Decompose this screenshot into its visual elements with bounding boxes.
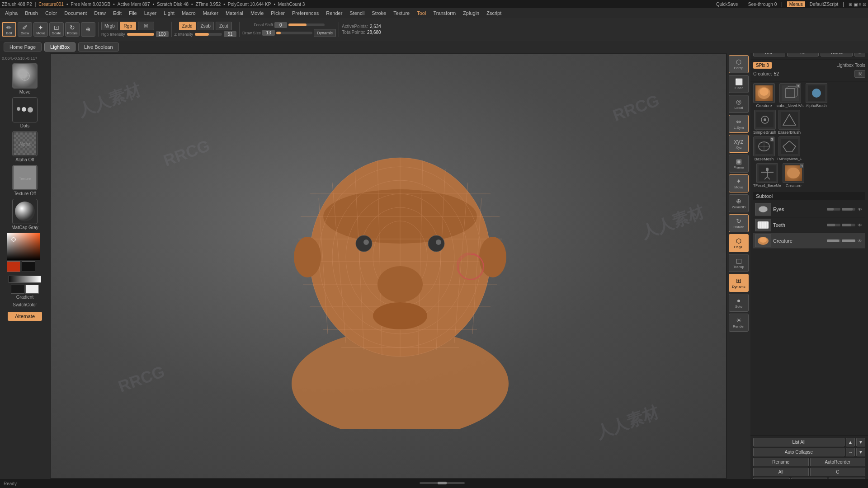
scale-button[interactable]: ⊡ Scale (49, 22, 64, 37)
eraserbrush-item[interactable] (778, 110, 800, 130)
list-all-up-arrow[interactable]: ▲ (846, 438, 855, 446)
menu-item-marker[interactable]: Marker (200, 9, 222, 17)
subtool-teeth-item[interactable]: Teeth 👁 (753, 217, 865, 233)
matcap-gray-item[interactable]: MatCap Gray (11, 199, 38, 230)
zadd-button[interactable]: Zadd (179, 22, 196, 30)
list-all-button[interactable]: List All (753, 438, 844, 446)
foreground-swatch[interactable] (7, 261, 20, 272)
move-tool-item[interactable]: Move (12, 63, 38, 94)
m-button[interactable]: M (138, 22, 154, 30)
frame-btn[interactable]: ▣ Frame (729, 155, 749, 173)
menu-item-transform[interactable]: Transform (430, 9, 459, 17)
dynamic-button[interactable]: Dynamic (314, 29, 336, 37)
draw-button[interactable]: ✐ Draw (18, 22, 32, 37)
menu-item-edit[interactable]: Edit (110, 9, 125, 17)
menu-item-alpha[interactable]: Alpha (2, 9, 21, 17)
menu-item-render[interactable]: Render (323, 9, 345, 17)
menu-item-document[interactable]: Document (61, 9, 90, 17)
dots-tool-item[interactable]: Dots (12, 97, 38, 128)
solo-btn[interactable]: ● Solo (729, 294, 749, 312)
basemesh-item[interactable]: 3 (753, 136, 775, 156)
menus-btn[interactable]: Menus (787, 1, 805, 7)
spix-button[interactable]: SPix 3 (753, 62, 772, 69)
auto-collapse-button[interactable]: Auto Collapse (753, 448, 844, 456)
menu-item-zplugin[interactable]: Zplugin (460, 9, 482, 17)
creature-brush-item[interactable] (753, 83, 775, 103)
menu-item-picker[interactable]: Picker (268, 9, 288, 17)
xyz-btn[interactable]: xyz Xyz (729, 135, 749, 153)
rotate3d-btn[interactable]: ↻ Rotate (729, 214, 749, 232)
texture-off-item[interactable]: Texture Texture Off (12, 165, 38, 196)
mrgb-button[interactable]: Mrgb (101, 22, 118, 30)
color-picker[interactable] (7, 233, 43, 272)
default-zscript[interactable]: DefaultZScript (810, 2, 838, 7)
menu-item-light[interactable]: Light (160, 9, 178, 17)
zcut-button[interactable]: Zcut (216, 22, 232, 30)
lsym-btn[interactable]: ⇔ L.Sym (729, 115, 749, 133)
transp-btn[interactable]: ◫ Transp (729, 254, 749, 272)
viewport-3d[interactable]: 人人素材 RRCG 人人素材 RRCG 人人素材 RRCG (50, 53, 750, 479)
local-btn[interactable]: ◎ Local (729, 95, 749, 113)
list-all-down-arrow[interactable]: ▼ (856, 438, 865, 446)
rename-button[interactable]: Rename (753, 458, 809, 466)
menu-item-material[interactable]: Material (222, 9, 246, 17)
render-btn[interactable]: ☀ Render (729, 314, 749, 332)
tab-homepage[interactable]: Home Page (4, 42, 42, 52)
menu-item-color[interactable]: Color (42, 9, 60, 17)
menu-item-tool[interactable]: Tool (414, 9, 429, 17)
color-square[interactable] (7, 233, 39, 260)
move-button[interactable]: ✦ Move (33, 22, 48, 37)
simplebrush-item[interactable] (754, 110, 776, 130)
switch-color-item[interactable]: SwitchColor (13, 302, 37, 307)
menu-item-file[interactable]: File (126, 9, 140, 17)
alpha-off-item[interactable]: Alpha Alpha Off (12, 131, 38, 162)
menu-item-stroke[interactable]: Stroke (368, 9, 389, 17)
background-swatch[interactable] (22, 261, 35, 272)
zoom3d-btn[interactable]: ⊕ Zoom3D (729, 194, 749, 212)
local-icon: ◎ (736, 98, 741, 105)
all-button-2[interactable]: All (753, 468, 809, 476)
menu-item-macro[interactable]: Macro (179, 9, 199, 17)
r-btn-2[interactable]: R (854, 70, 865, 78)
cube-newuvs-item[interactable]: 3 (779, 83, 801, 103)
eye-toggle-teeth[interactable]: 👁 (856, 221, 863, 229)
auto-collapse-arrow2[interactable]: ▼ (856, 448, 865, 456)
tpose-baseme-item[interactable] (756, 163, 778, 183)
move3d-btn[interactable]: ✦ Move (729, 174, 749, 192)
edit-button[interactable]: ✏ Edit (2, 22, 16, 37)
tab-live-boolean[interactable]: Live Boolean (78, 42, 119, 52)
auto-collapse-arrow[interactable]: → (846, 448, 855, 456)
zsub-button[interactable]: Zsub (198, 22, 214, 30)
dynamic-btn[interactable]: ⊞ Dynamc (729, 274, 749, 292)
menu-item-layer[interactable]: Layer (141, 9, 160, 17)
alternate-button[interactable]: Alternate (8, 312, 42, 321)
subtool-creature-item[interactable]: Creature 👁 (753, 233, 865, 249)
menu-item-draw[interactable]: Draw (91, 9, 109, 17)
rotate-button[interactable]: ↻ Rotate (65, 22, 80, 37)
menu-item-movie[interactable]: Movie (247, 9, 267, 17)
menu-item-zscript[interactable]: Zscript (483, 9, 505, 17)
menu-item-brush[interactable]: Brush (22, 9, 41, 17)
c-button[interactable]: C (810, 468, 866, 476)
eye-toggle-eyes[interactable]: 👁 (856, 206, 863, 213)
eye-toggle-creature[interactable]: 👁 (856, 237, 863, 244)
menu-item-preferences[interactable]: Preferences (289, 9, 322, 17)
tmpolymesh-item[interactable] (778, 136, 800, 156)
rgb-button[interactable]: Rgb (120, 22, 136, 30)
see-through[interactable]: See-through 0 (748, 2, 777, 7)
persp-btn[interactable]: ⬡ Persp (729, 55, 749, 73)
creature-final-item[interactable]: 3 (783, 163, 804, 183)
tab-lightbox[interactable]: LightBox (44, 42, 75, 52)
main-viewport[interactable]: 人人素材 RRCG 人人素材 RRCG 人人素材 RRCG (50, 53, 750, 479)
gradient-item[interactable]: Gradient (9, 275, 41, 300)
lightbox-tools-label[interactable]: Lightbox Tools (836, 63, 865, 68)
alphabrush-item[interactable] (806, 83, 827, 103)
symmetry-icon[interactable]: ⊕ (81, 22, 95, 37)
polyf-btn[interactable]: ⬡ PolyF (729, 234, 749, 252)
subtool-eyes-item[interactable]: Eyes 👁 (753, 202, 865, 217)
menu-item-stencil[interactable]: Stencil (346, 9, 368, 17)
autoreorder-button[interactable]: AutoReorder (810, 458, 866, 466)
quicksave[interactable]: QuickSave (716, 2, 738, 7)
floor-btn[interactable]: ⬜ Floor (729, 75, 749, 93)
menu-item-texture[interactable]: Texture (390, 9, 413, 17)
